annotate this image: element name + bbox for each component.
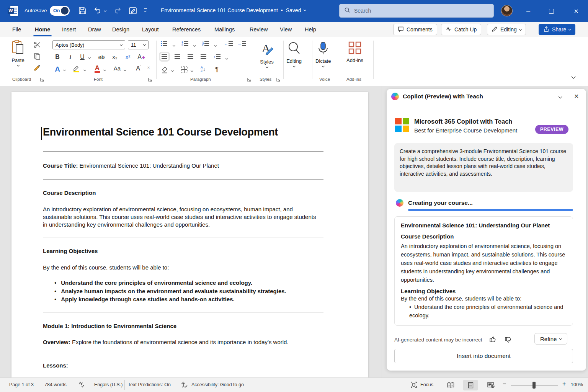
dictate-button[interactable]: Dictate [315, 41, 331, 67]
decrease-indent-icon[interactable]: ← [224, 41, 233, 46]
catch-up-button[interactable]: Catch Up [441, 24, 481, 35]
zoom-slider-knob[interactable] [532, 382, 536, 389]
autosave-toggle[interactable]: On [50, 6, 70, 16]
styles-dialog-launcher-icon[interactable] [276, 77, 281, 81]
numbered-list-chevron-icon[interactable] [193, 44, 196, 47]
maximize-button[interactable] [546, 6, 556, 16]
shrink-font-button[interactable]: × [145, 65, 152, 70]
focus-label[interactable]: Focus [420, 382, 433, 387]
align-left-button[interactable] [162, 54, 167, 59]
subscript-button[interactable]: x₂ [110, 54, 119, 60]
tab-help[interactable]: Help [304, 25, 317, 34]
show-formatting-marks-button[interactable]: ¶ [215, 66, 219, 74]
tab-layout[interactable]: Layout [141, 25, 160, 34]
bullet-list-chevron-icon[interactable] [173, 44, 175, 47]
document-page[interactable]: Environmental Science 101 Course Develop… [11, 92, 368, 377]
underline-chevron-icon[interactable] [88, 56, 91, 59]
superscript-button[interactable]: x² [123, 54, 132, 60]
shading-chevron-icon[interactable] [171, 69, 174, 72]
borders-button[interactable] [181, 66, 188, 73]
accessibility-icon[interactable] [181, 381, 188, 388]
tab-file[interactable]: File [11, 25, 22, 34]
line-spacing-button[interactable]: ↕ [214, 54, 220, 59]
multilevel-list-chevron-icon[interactable] [214, 44, 217, 47]
zoom-in-icon[interactable]: + [562, 381, 566, 387]
tab-references[interactable]: References [172, 25, 201, 34]
language-indicator[interactable]: Engals (U.S.) [94, 382, 122, 387]
increase-indent-icon[interactable]: → [237, 41, 246, 46]
tab-insert[interactable]: Insert [61, 25, 77, 34]
read-mode-icon[interactable] [443, 380, 458, 390]
zoom-level[interactable]: 100% [571, 382, 583, 387]
font-name-combo[interactable]: Aptos (Body) [52, 40, 125, 49]
text-effects-button[interactable]: A [53, 65, 62, 74]
italic-button[interactable]: I [67, 54, 74, 60]
editor-icon[interactable] [128, 6, 137, 15]
word-app-icon[interactable]: W [8, 6, 18, 16]
font-dialog-launcher-icon[interactable] [148, 77, 152, 81]
align-center-button[interactable] [175, 54, 180, 59]
paste-button[interactable]: Paste [11, 40, 24, 66]
strikethrough-button[interactable]: ab [96, 54, 106, 60]
font-size-combo[interactable]: 11 [128, 40, 149, 49]
collapse-ribbon-chevron-icon[interactable] [571, 74, 575, 78]
multilevel-list-button[interactable]: 1ai [202, 41, 209, 46]
refine-button[interactable]: Refine [534, 333, 567, 345]
comments-button[interactable]: Comments [393, 24, 437, 35]
borders-chevron-icon[interactable] [191, 69, 193, 72]
editing-button[interactable]: Editing [286, 41, 302, 67]
font-color-chevron-icon[interactable] [103, 69, 106, 71]
format-painter-icon[interactable] [33, 64, 41, 72]
grow-font-button[interactable]: Aˆ [134, 65, 143, 72]
highlight-chevron-icon[interactable] [83, 69, 86, 71]
insert-into-document-button[interactable]: Insert into document [394, 349, 573, 363]
thumbs-up-icon[interactable] [489, 335, 497, 343]
add-ins-button[interactable]: Add-ins [346, 41, 363, 63]
share-button[interactable]: Share [539, 24, 575, 35]
close-button[interactable]: × [571, 6, 581, 16]
undo-icon[interactable] [93, 6, 102, 15]
panel-collapse-chevron-icon[interactable] [559, 95, 562, 99]
change-case-button[interactable]: Aa [112, 65, 122, 72]
styles-button[interactable]: A Styles [259, 41, 275, 68]
paragraph-dialog-launcher-icon[interactable] [247, 77, 251, 81]
bold-button[interactable]: B [54, 54, 61, 60]
spellcheck-icon[interactable] [78, 381, 85, 388]
tab-design[interactable]: Design [111, 25, 130, 34]
accessibility-status[interactable]: Accessibility: Good to go [191, 382, 244, 387]
tab-mailings[interactable]: Mailings [214, 25, 235, 34]
page-indicator[interactable]: Page 1 of 3 [9, 382, 34, 387]
print-layout-icon[interactable] [463, 380, 478, 390]
clipboard-dialog-launcher-icon[interactable] [40, 77, 44, 81]
underline-button[interactable]: U [78, 54, 86, 60]
user-avatar[interactable] [501, 5, 513, 16]
shading-button[interactable] [161, 66, 168, 74]
align-right-button[interactable] [188, 54, 193, 59]
redo-icon[interactable] [113, 6, 122, 15]
tab-home[interactable]: Home [34, 25, 51, 34]
minimize-button[interactable]: – [523, 6, 533, 16]
numbered-list-button[interactable]: 123 [181, 41, 188, 46]
text-effects-chevron-icon[interactable] [63, 69, 66, 71]
bullet-list-button[interactable] [161, 41, 167, 46]
font-color-button[interactable]: A [93, 64, 102, 72]
customize-qat-icon[interactable] [143, 8, 148, 13]
cut-icon[interactable] [33, 41, 41, 49]
editing-mode-button[interactable]: Editing [487, 24, 526, 35]
tab-view[interactable]: View [279, 25, 292, 34]
search-bar[interactable] [339, 4, 494, 18]
clear-formatting-button[interactable]: A◆ [136, 54, 146, 60]
justify-button[interactable] [201, 54, 206, 59]
panel-close-icon[interactable]: × [574, 92, 579, 101]
tab-draw[interactable]: Draw [87, 25, 102, 34]
word-count[interactable]: 784 words [44, 382, 67, 387]
focus-icon[interactable] [410, 381, 417, 388]
thumbs-down-icon[interactable] [505, 336, 512, 344]
change-case-chevron-icon[interactable] [124, 69, 126, 71]
save-icon[interactable] [78, 6, 87, 15]
search-input[interactable] [354, 8, 477, 14]
undo-dropdown-chevron[interactable] [104, 9, 106, 12]
line-spacing-chevron-icon[interactable] [225, 57, 228, 60]
web-layout-icon[interactable] [483, 380, 498, 390]
text-predictions-indicator[interactable]: Text Predictions: On [128, 382, 171, 387]
